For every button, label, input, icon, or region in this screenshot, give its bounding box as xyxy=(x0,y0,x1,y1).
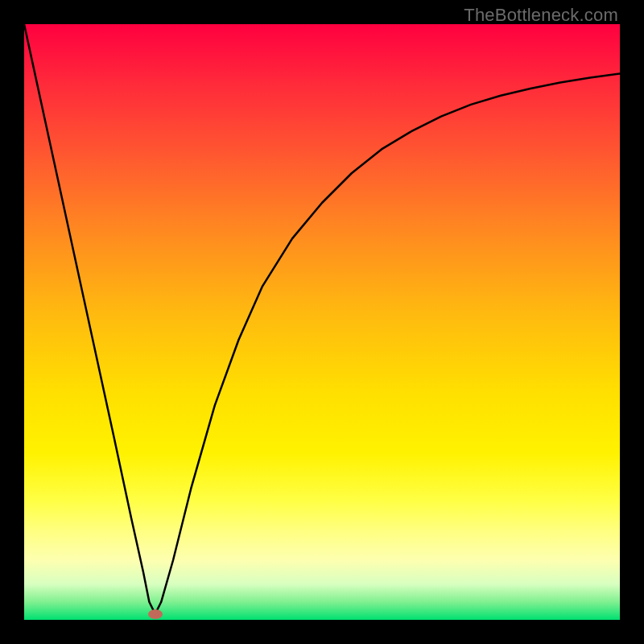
chart-frame: TheBottleneck.com xyxy=(0,0,644,644)
plot-area xyxy=(24,24,620,620)
bottleneck-curve xyxy=(24,24,620,620)
optimal-point-marker xyxy=(148,609,163,619)
watermark-text: TheBottleneck.com xyxy=(464,5,618,26)
